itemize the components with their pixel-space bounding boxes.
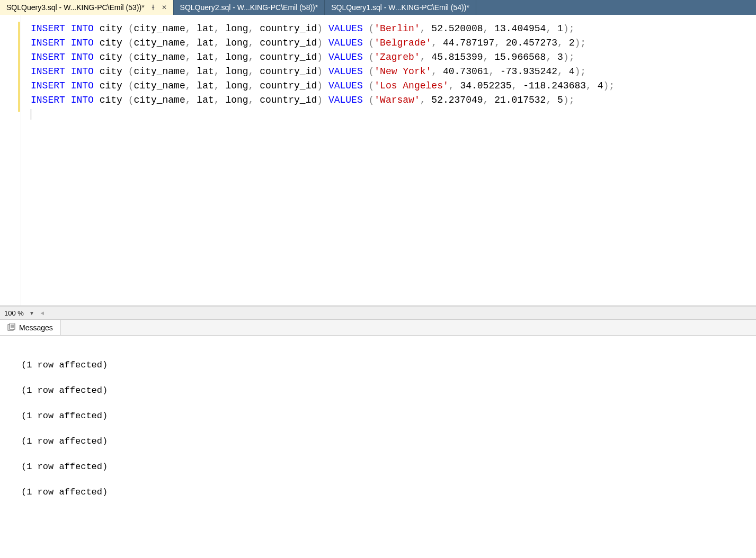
tab-messages[interactable]: Messages (0, 320, 61, 335)
scroll-left-icon[interactable]: ◄ (38, 310, 47, 316)
message-line: (1 row affected) (21, 480, 756, 505)
results-tab-bar: Messages (0, 320, 756, 336)
results-tab-label: Messages (19, 323, 53, 332)
text-caret (31, 109, 31, 120)
sql-editor: INSERT INTO city (city_name, lat, long, … (0, 15, 756, 306)
code-editor[interactable]: INSERT INTO city (city_name, lat, long, … (21, 15, 756, 305)
tab-label: SQLQuery2.sql - W...KING-PC\Emil (58))* (180, 3, 318, 12)
message-line: (1 row affected) (21, 378, 756, 403)
change-marker (18, 22, 20, 112)
close-icon[interactable]: ✕ (162, 4, 167, 11)
tab-label: SQLQuery3.sql - W...KING-PC\Emil (53))* (6, 3, 145, 12)
message-line: (1 row affected) (21, 429, 756, 454)
message-line: (1 row affected) (21, 353, 756, 378)
message-line: (1 row affected) (21, 403, 756, 429)
messages-output[interactable]: (1 row affected)(1 row affected)(1 row a… (0, 336, 756, 558)
tab-label: SQLQuery1.sql - W...KING-PC\Emil (54))* (331, 3, 469, 12)
document-tab-bar: SQLQuery3.sql - W...KING-PC\Emil (53))* … (0, 0, 756, 15)
pin-icon[interactable] (150, 4, 156, 11)
editor-gutter (0, 15, 21, 305)
messages-icon (7, 323, 16, 332)
zoom-dropdown-icon[interactable]: ▼ (26, 310, 38, 316)
zoom-level: 100 % (2, 309, 26, 317)
tab-sqlquery1[interactable]: SQLQuery1.sql - W...KING-PC\Emil (54))* (325, 0, 476, 15)
tab-sqlquery2[interactable]: SQLQuery2.sql - W...KING-PC\Emil (58))* (174, 0, 325, 15)
tab-sqlquery3[interactable]: SQLQuery3.sql - W...KING-PC\Emil (53))* … (0, 0, 174, 15)
message-line: (1 row affected) (21, 454, 756, 480)
zoom-toolbar: 100 % ▼ ◄ (0, 306, 756, 320)
